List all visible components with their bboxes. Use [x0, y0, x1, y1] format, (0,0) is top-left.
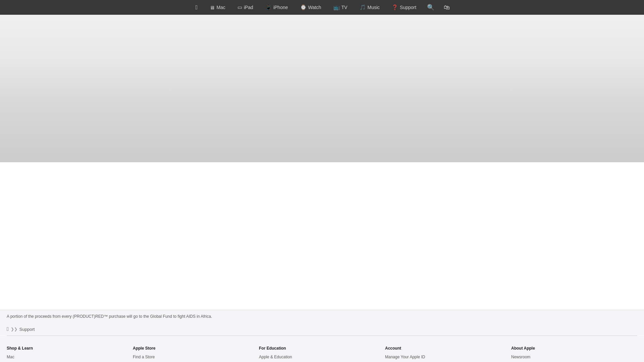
footer-link-find-store[interactable]: Find a Store	[133, 355, 259, 359]
education-col-title: For Education	[259, 346, 385, 351]
about-col-title: About Apple	[511, 346, 637, 351]
footer-link-newsroom[interactable]: Newsroom	[511, 355, 637, 359]
main-content	[0, 15, 644, 162]
nav-ipad[interactable]: ▭ iPad	[231, 0, 259, 15]
footer-columns: Shop & Learn Mac iPad iPhone Watch TV Mu…	[0, 336, 644, 362]
account-col-title: Account	[385, 346, 511, 351]
watch-icon: ⌚	[300, 4, 307, 10]
iphone-icon: 📱	[265, 4, 272, 10]
nav-support[interactable]: ❓ Support	[386, 0, 422, 15]
search-button[interactable]: 🔍	[422, 0, 439, 15]
shop-col-title: Shop & Learn	[7, 346, 133, 351]
footer-col-shop: Shop & Learn Mac iPad iPhone Watch TV Mu…	[7, 346, 133, 362]
apple-logo-icon: 	[196, 4, 198, 11]
footer-col-store: Apple Store Find a Store Genius Bar Toda…	[133, 346, 259, 362]
navbar:  🖥 Mac ▭ iPad 📱 iPhone ⌚ Watch 📺 TV 🎵 M…	[0, 0, 644, 15]
nav-apple[interactable]: 	[190, 0, 204, 15]
ipad-icon: ▭	[237, 4, 242, 10]
music-icon: 🎵	[360, 4, 366, 10]
footer-link-mac[interactable]: Mac	[7, 355, 133, 359]
nav-iphone[interactable]: 📱 iPhone	[259, 0, 294, 15]
footer-col-about: About Apple Newsroom Leadership Careers …	[511, 346, 637, 362]
nav-music[interactable]: 🎵 Music	[354, 0, 386, 15]
breadcrumb:  ❯❯ Support	[0, 323, 644, 336]
nav-mac[interactable]: 🖥 Mac	[204, 0, 231, 15]
tv-icon: 📺	[333, 4, 340, 10]
store-col-title: Apple Store	[133, 346, 259, 351]
bag-button[interactable]: 🛍	[439, 0, 454, 15]
apple-home-icon[interactable]: 	[7, 326, 9, 332]
support-icon: ❓	[392, 4, 398, 10]
footer-col-education: For Education Apple & Education Shop for…	[259, 346, 385, 362]
footer-col-account: Account Manage Your Apple ID Apple Store…	[385, 346, 511, 362]
breadcrumb-separator: ❯❯	[11, 327, 17, 331]
bag-icon: 🛍	[444, 4, 450, 11]
product-red-banner: A portion of the proceeds from every (PR…	[0, 310, 644, 323]
nav-watch[interactable]: ⌚ Watch	[294, 0, 327, 15]
mac-icon: 🖥	[210, 5, 215, 10]
nav-tv[interactable]: 📺 TV	[327, 0, 354, 15]
breadcrumb-label[interactable]: Support	[19, 327, 35, 332]
footer-link-apple-education[interactable]: Apple & Education	[259, 355, 385, 359]
search-icon: 🔍	[427, 4, 434, 11]
footer-link-manage-appleid[interactable]: Manage Your Apple ID	[385, 355, 511, 359]
